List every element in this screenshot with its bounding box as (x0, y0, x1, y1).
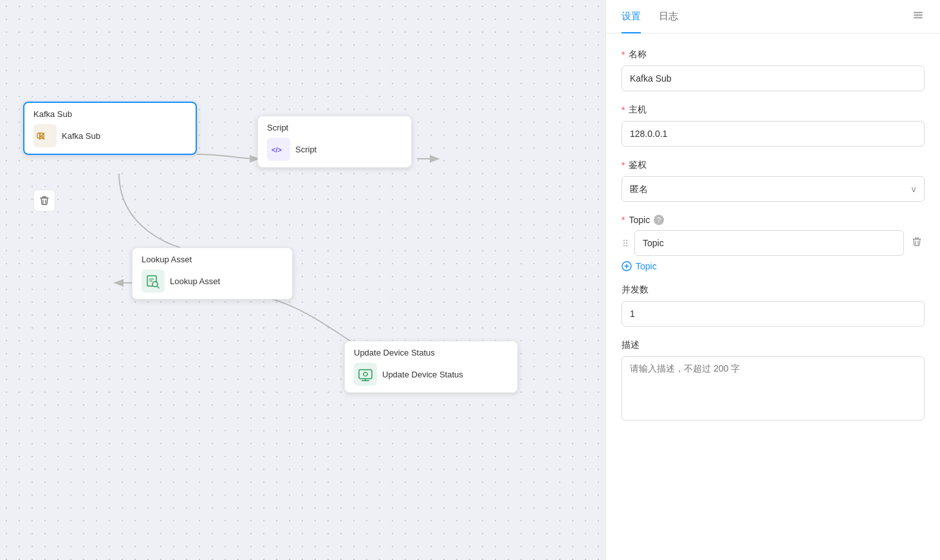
svg-point-24 (626, 240, 627, 241)
auth-select-wrapper: 匿名 用户名密码 SSL ∨ (622, 176, 925, 202)
svg-point-21 (623, 240, 625, 241)
host-input[interactable] (622, 121, 925, 147)
svg-rect-5 (144, 272, 162, 290)
add-topic-label: Topic (636, 261, 657, 271)
svg-rect-19 (914, 14, 923, 15)
host-label-text: 主机 (629, 104, 647, 116)
update-node-body: Update Device Status (354, 363, 508, 386)
svg-text:</>: </> (272, 146, 282, 154)
panel-menu-icon[interactable] (912, 8, 925, 24)
name-field: * 名称 (622, 49, 925, 91)
host-field: * 主机 (622, 104, 925, 147)
svg-point-23 (623, 245, 625, 246)
topic-row (622, 230, 925, 256)
description-label-text: 描述 (622, 339, 640, 351)
svg-point-25 (626, 242, 627, 244)
host-required-star: * (622, 105, 625, 115)
update-device-status-label: Update Device Status (382, 370, 463, 379)
description-field: 描述 (622, 339, 925, 423)
topic-label: * Topic ? (622, 215, 925, 225)
kafka-sub-node-body: K Kafka Sub (33, 124, 187, 147)
concurrency-field: 并发数 (622, 284, 925, 327)
auth-select[interactable]: 匿名 用户名密码 SSL (622, 176, 925, 202)
name-label: * 名称 (622, 49, 925, 60)
topic-help-icon[interactable]: ? (654, 215, 664, 225)
topic-label-text: Topic (629, 215, 650, 225)
topic-drag-handle[interactable] (622, 238, 629, 248)
lookup-icon (142, 269, 165, 293)
svg-point-22 (623, 242, 625, 244)
description-textarea[interactable] (622, 356, 925, 420)
kafka-icon: K (33, 124, 57, 147)
lookup-asset-node-label: Lookup Asset (170, 276, 220, 286)
topic-required-star: * (622, 215, 625, 225)
update-device-icon (354, 363, 377, 386)
flow-canvas[interactable]: Kafka Sub K Kafka Sub Script </> (0, 0, 605, 560)
connectors-svg (0, 0, 605, 560)
lookup-asset-node[interactable]: Lookup Asset Lookup Asset (132, 248, 293, 300)
script-node[interactable]: Script </> Script (257, 116, 412, 168)
lookup-node-body: Lookup Asset (142, 269, 283, 293)
add-topic-button[interactable]: Topic (622, 261, 657, 271)
auth-label-text: 鉴权 (629, 159, 647, 171)
script-node-body: </> Script (267, 138, 402, 161)
svg-point-26 (626, 245, 627, 246)
auth-required-star: * (622, 160, 625, 170)
script-node-title: Script (267, 123, 402, 132)
concurrency-input[interactable] (622, 301, 925, 327)
kafka-sub-node-title: Kafka Sub (33, 109, 187, 119)
script-node-label: Script (295, 145, 317, 154)
svg-rect-20 (914, 17, 923, 18)
tab-settings[interactable]: 设置 (622, 0, 641, 33)
kafka-sub-node-label: Kafka Sub (62, 131, 100, 141)
concurrency-label-text: 并发数 (622, 284, 649, 296)
svg-rect-18 (914, 12, 923, 13)
topic-input[interactable] (634, 230, 904, 256)
name-required-star: * (622, 50, 625, 60)
panel-content: * 名称 * 主机 * 鉴权 匿名 用户名密码 SSL (606, 33, 940, 560)
kafka-sub-delete-button[interactable] (33, 190, 55, 212)
kafka-sub-node[interactable]: Kafka Sub K Kafka Sub (23, 102, 197, 155)
topic-delete-button[interactable] (909, 234, 925, 252)
script-icon: </> (267, 138, 290, 161)
description-label: 描述 (622, 339, 925, 351)
name-label-text: 名称 (629, 49, 647, 60)
lookup-node-title: Lookup Asset (142, 255, 283, 264)
tab-logs[interactable]: 日志 (659, 0, 678, 33)
update-device-status-node[interactable]: Update Device Status Update Device Statu… (344, 341, 518, 393)
auth-field: * 鉴权 匿名 用户名密码 SSL ∨ (622, 159, 925, 202)
right-settings-panel: 设置 日志 * 名称 * 主机 (605, 0, 940, 560)
panel-tabs: 设置 日志 (606, 0, 940, 33)
host-label: * 主机 (622, 104, 925, 116)
topic-section: * Topic ? (622, 215, 925, 271)
concurrency-label: 并发数 (622, 284, 925, 296)
auth-label: * 鉴权 (622, 159, 925, 171)
name-input[interactable] (622, 66, 925, 91)
update-node-title: Update Device Status (354, 348, 508, 357)
